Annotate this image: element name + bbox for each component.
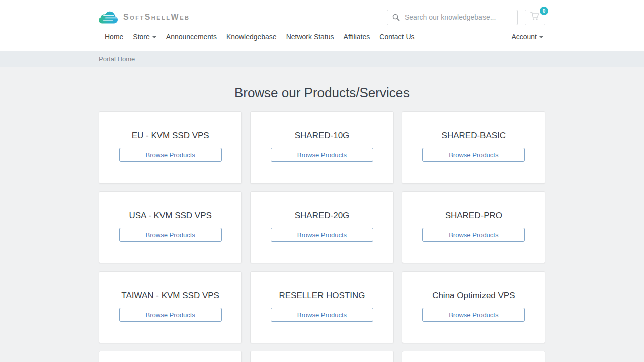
nav-item-home[interactable]: Home [105, 33, 123, 41]
nav-item-label: Store [133, 33, 149, 41]
search-input[interactable] [387, 10, 518, 25]
product-group-title: RESELLER HOSTING [279, 291, 365, 301]
product-group-title: TAIWAN - KVM SSD VPS [121, 291, 219, 301]
product-group-card-partial [250, 351, 393, 362]
product-group-title: EU - KVM SSD VPS [132, 131, 209, 141]
product-group-card: SHARED-BASIC Browse Products [402, 111, 545, 184]
browse-products-button[interactable]: Browse Products [119, 228, 222, 242]
nav-item-knowledgebase[interactable]: Knowledgebase [226, 33, 277, 41]
product-group-card: TAIWAN - KVM SSD VPS Browse Products [99, 271, 242, 343]
product-group-card: EU - KVM SSD VPS Browse Products [99, 111, 242, 184]
browse-products-button[interactable]: Browse Products [422, 308, 525, 322]
breadcrumb: Portal Home [99, 55, 135, 63]
nav-item-network-status[interactable]: Network Status [286, 33, 334, 41]
knowledgebase-search [387, 10, 518, 25]
product-group-title: China Optimized VPS [432, 291, 515, 301]
nav-item-label: Network Status [286, 33, 334, 41]
main-content: Browse our Products/Services EU - KVM SS… [0, 85, 644, 362]
chevron-down-icon [539, 36, 543, 38]
product-groups-grid: EU - KVM SSD VPS Browse Products SHARED-… [99, 111, 545, 362]
product-group-card: USA - KVM SSD VPS Browse Products [99, 191, 242, 263]
nav-item-contact-us[interactable]: Contact Us [379, 33, 414, 41]
nav-item-label: Home [105, 33, 123, 41]
product-group-title: SHARED-BASIC [442, 131, 506, 141]
product-group-title: USA - KVM SSD VPS [129, 211, 211, 221]
browse-products-button[interactable]: Browse Products [271, 148, 373, 162]
account-menu-label: Account [511, 33, 537, 41]
nav-item-store[interactable]: Store [133, 33, 156, 41]
cart-count-badge: 0 [540, 7, 548, 15]
product-group-card: RESELLER HOSTING Browse Products [250, 271, 393, 343]
product-group-card: SHARED-10G Browse Products [250, 111, 393, 184]
nav-item-label: Contact Us [379, 33, 414, 41]
product-group-title: SHARED-20G [295, 211, 350, 221]
site-header: SoftShellWeb [0, 0, 644, 51]
browse-products-button[interactable]: Browse Products [422, 228, 525, 242]
breadcrumb-portal-home[interactable]: Portal Home [99, 55, 135, 63]
logo[interactable]: SoftShellWeb [99, 10, 190, 25]
product-group-title: SHARED-PRO [445, 211, 502, 221]
nav-item-label: Announcements [166, 33, 217, 41]
cloud-logo-icon [99, 10, 119, 25]
nav-item-affiliates[interactable]: Affiliates [344, 33, 370, 41]
page-title: Browse our Products/Services [0, 85, 644, 101]
main-nav: Home Store Announcements Knowledgebase N… [99, 32, 545, 42]
cart-icon [530, 12, 540, 23]
browse-products-button[interactable]: Browse Products [271, 228, 373, 242]
browse-products-button[interactable]: Browse Products [119, 308, 222, 322]
product-group-card-partial [99, 351, 242, 362]
cart-button[interactable]: 0 [525, 10, 545, 25]
nav-item-label: Affiliates [344, 33, 370, 41]
browse-products-button[interactable]: Browse Products [422, 148, 525, 162]
product-group-card: SHARED-20G Browse Products [250, 191, 393, 263]
breadcrumb-bar: Portal Home [0, 51, 644, 67]
product-group-title: SHARED-10G [295, 131, 350, 141]
browse-products-button[interactable]: Browse Products [271, 308, 373, 322]
logo-text: SoftShellWeb [123, 13, 190, 22]
product-group-card: China Optimized VPS Browse Products [402, 271, 545, 343]
nav-item-announcements[interactable]: Announcements [166, 33, 217, 41]
product-group-card-partial [402, 351, 545, 362]
account-menu[interactable]: Account [511, 33, 545, 41]
browse-products-button[interactable]: Browse Products [119, 148, 222, 162]
nav-item-label: Knowledgebase [226, 33, 277, 41]
product-group-card: SHARED-PRO Browse Products [402, 191, 545, 263]
chevron-down-icon [152, 36, 156, 38]
